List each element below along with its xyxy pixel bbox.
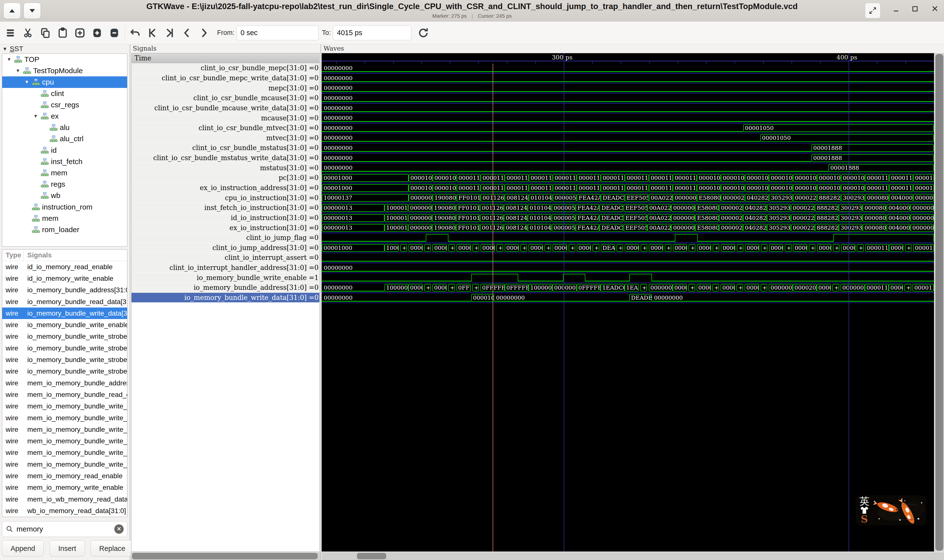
- signal-row[interactable]: clint_io_jump_flag =0: [131, 233, 319, 243]
- expander-icon[interactable]: ▼: [22, 79, 32, 85]
- signal-row[interactable]: inst_fetch_io_instruction[31:0] =0: [131, 203, 319, 213]
- waves-hscrollbar[interactable]: [322, 552, 944, 560]
- tree-item-wb[interactable]: wb: [2, 190, 127, 201]
- signal-row[interactable]: clint_io_csr_bundle_mstatus[31:0] =0: [131, 143, 319, 153]
- signal-row[interactable]: id_io_instruction[31:0] =0: [131, 213, 319, 223]
- sst-header[interactable]: ▼ SST: [3, 45, 23, 53]
- signal-row[interactable]: clint_io_jump_address[31:0] =0: [131, 243, 319, 253]
- signal-row[interactable]: mcause[31:0] =0: [131, 113, 319, 123]
- tree-item-inst_fetch[interactable]: inst_fetch: [2, 156, 127, 167]
- close-button[interactable]: [931, 5, 939, 12]
- signal-row[interactable]: clint_io_csr_bundle_mepc_write_data[31:0…: [131, 73, 319, 83]
- signal-row[interactable]: clint_io_csr_bundle_mepc[31:0] =0: [131, 63, 319, 73]
- type-column-header[interactable]: Type: [2, 249, 23, 261]
- signals-hscrollbar[interactable]: [131, 552, 321, 560]
- tree-item-mem[interactable]: mem: [2, 167, 127, 178]
- filter-row[interactable]: wirewb_io_memory_read_data[31:0]: [2, 505, 127, 517]
- signal-row[interactable]: mstatus[31:0] =0: [131, 163, 319, 173]
- signal-row[interactable]: io_memory_bundle_address[31:0] =0: [131, 283, 319, 293]
- signal-row[interactable]: clint_io_csr_bundle_mtvec[31:0] =0: [131, 123, 319, 133]
- expander-icon[interactable]: ▼: [13, 68, 23, 74]
- insert-button[interactable]: Insert: [50, 540, 85, 557]
- tree-item-alu[interactable]: alu: [2, 122, 127, 133]
- replace-button[interactable]: Replace: [91, 540, 134, 557]
- tree-item-TestTopModule[interactable]: ▼TestTopModule: [2, 65, 127, 76]
- tree-item-csr_regs[interactable]: csr_regs: [2, 99, 127, 111]
- tree-item-TOP[interactable]: ▼TOP: [2, 54, 127, 65]
- waves-hscroll-thumb[interactable]: [357, 553, 386, 559]
- filter-row[interactable]: wiremem_io_memory_bundle_write_enable: [2, 412, 127, 424]
- zoom-out-button[interactable]: [107, 25, 122, 40]
- marker-line[interactable]: [493, 64, 494, 551]
- maximize-button[interactable]: [912, 5, 918, 12]
- zoom-in-button[interactable]: [89, 25, 105, 40]
- tree-item-ex[interactable]: ▼ex: [2, 111, 127, 122]
- filter-row[interactable]: wireio_memory_bundle_write_enable: [2, 319, 127, 331]
- filter-row[interactable]: wiremem_io_memory_bundle_address[31:0]: [2, 377, 127, 389]
- signal-row[interactable]: mtvec[31:0] =0: [131, 133, 319, 143]
- signal-row[interactable]: clint_io_csr_bundle_mcause_write_data[31…: [131, 103, 319, 113]
- reload-button[interactable]: [416, 25, 431, 40]
- cut-button[interactable]: [21, 25, 36, 40]
- tree-item-instruction_rom[interactable]: instruction_rom: [2, 201, 127, 212]
- tree-item-regs[interactable]: regs: [2, 178, 127, 190]
- signal-row[interactable]: clint_io_interrupt_handler_address[31:0]…: [131, 263, 319, 273]
- waves-vscrollbar[interactable]: [935, 53, 944, 552]
- filter-row[interactable]: wiremem_io_memory_bundle_write_strobe_2: [2, 447, 127, 458]
- signal-row[interactable]: clint_io_interrupt_assert =0: [131, 253, 319, 263]
- tree-item-alu_ctrl[interactable]: alu_ctrl: [2, 133, 127, 145]
- zoom-fit-button[interactable]: [72, 25, 88, 40]
- signal-row[interactable]: io_memory_bundle_write_enable =1: [131, 272, 319, 283]
- menu-button[interactable]: [3, 25, 19, 40]
- signal-row[interactable]: clint_io_csr_bundle_mstatus_write_data[3…: [131, 153, 319, 163]
- filter-row[interactable]: wireio_memory_bundle_write_strobe_0: [2, 331, 127, 342]
- filter-row[interactable]: wireid_io_memory_read_enable: [2, 261, 127, 272]
- tree-item-id[interactable]: id: [2, 145, 127, 156]
- filter-row[interactable]: wireio_memory_bundle_write_strobe_3: [2, 366, 127, 377]
- tree-item-cpu[interactable]: ▼cpu: [2, 76, 127, 88]
- waves-vscroll-thumb[interactable]: [935, 54, 943, 551]
- signal-row[interactable]: mepc[31:0] =0: [131, 83, 319, 93]
- from-input[interactable]: [236, 26, 319, 40]
- copy-button[interactable]: [38, 25, 53, 40]
- clear-search-icon[interactable]: ✕: [114, 525, 123, 534]
- to-input[interactable]: [333, 26, 411, 40]
- append-button[interactable]: Append: [2, 540, 44, 557]
- filter-row[interactable]: wireio_memory_bundle_write_strobe_1: [2, 342, 127, 354]
- undo-button[interactable]: [128, 25, 143, 40]
- filter-row[interactable]: wireio_memory_bundle_read_data[31:0]: [2, 296, 127, 308]
- filter-row[interactable]: wiremem_io_memory_bundle_write_strobe_3: [2, 458, 127, 470]
- filter-row[interactable]: wireio_memory_bundle_address[31:0]: [2, 285, 127, 296]
- step-right-button[interactable]: [196, 25, 212, 40]
- signals-hscroll-thumb[interactable]: [132, 553, 318, 559]
- signal-row[interactable]: io_memory_bundle_write_data[31:0] =0: [131, 293, 319, 303]
- signal-row[interactable]: cpu_io_instruction[31:0] =0: [131, 193, 319, 203]
- signal-row[interactable]: pc[31:0] =0: [131, 173, 319, 183]
- tree-item-mem[interactable]: mem: [2, 213, 127, 224]
- filter-row[interactable]: wiremem_io_memory_bundle_write_data[31:0…: [2, 401, 127, 412]
- expander-icon[interactable]: ▼: [4, 57, 14, 62]
- expander-icon[interactable]: ▼: [31, 114, 40, 119]
- restore-button[interactable]: [865, 3, 881, 18]
- paste-button[interactable]: [55, 25, 70, 40]
- signal-row[interactable]: ex_io_instruction[31:0] =0: [131, 223, 319, 233]
- time-header[interactable]: Time: [131, 53, 319, 63]
- filter-row[interactable]: wireio_memory_bundle_write_data[31:0]: [2, 308, 127, 319]
- filter-row[interactable]: wireid_io_memory_write_enable: [2, 272, 127, 284]
- filter-row[interactable]: wiremem_io_memory_read_enable: [2, 470, 127, 482]
- signals-column-header[interactable]: Signals: [23, 251, 127, 259]
- filter-row[interactable]: wiremem_io_wb_memory_read_data[31:0]: [2, 494, 127, 505]
- filter-row[interactable]: wireio_memory_bundle_write_strobe_2: [2, 354, 127, 366]
- skip-to-start-button[interactable]: [145, 25, 160, 40]
- tree-item-rom_loader[interactable]: rom_loader: [2, 224, 127, 235]
- signal-row[interactable]: ex_io_instruction_address[31:0] =0: [131, 183, 319, 193]
- search-input[interactable]: [16, 525, 114, 534]
- wave-canvas[interactable]: 300 ps400 ps 000000000000000000000000000…: [322, 53, 934, 552]
- tree-item-clint[interactable]: clint: [2, 88, 127, 99]
- signal-row[interactable]: clint_io_csr_bundle_mcause[31:0] =0: [131, 93, 319, 103]
- filter-row[interactable]: wiremem_io_memory_bundle_write_strobe_1: [2, 435, 127, 447]
- filter-row[interactable]: wiremem_io_memory_bundle_read_data[31:0]: [2, 389, 127, 400]
- minimize-button[interactable]: [893, 6, 899, 12]
- filter-row[interactable]: wiremem_io_memory_bundle_write_strobe_0: [2, 424, 127, 435]
- filter-row[interactable]: wiremem_io_memory_write_enable: [2, 482, 127, 494]
